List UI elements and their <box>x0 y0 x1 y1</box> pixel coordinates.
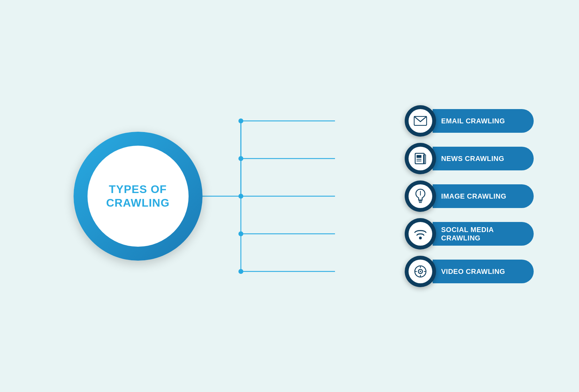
email-label: EMAIL CRAWLING <box>441 117 505 125</box>
image-label: IMAGE CRAWLING <box>441 192 506 200</box>
email-label-pill: EMAIL CRAWLING <box>433 109 534 133</box>
news-label-pill: NEWS CRAWLING <box>433 147 534 170</box>
email-icon-inner <box>409 109 432 133</box>
social-crawling-item: SOCIAL MEDIACRAWLING <box>405 218 534 249</box>
social-icon-outer <box>405 218 436 249</box>
news-icon-outer <box>405 143 436 174</box>
video-label: VIDEO CRAWLING <box>441 267 505 276</box>
center-title: TYPES OF CRAWLING <box>106 183 169 209</box>
news-label: NEWS CRAWLING <box>441 154 504 163</box>
svg-rect-16 <box>417 155 421 158</box>
email-crawling-item: EMAIL CRAWLING <box>405 105 534 137</box>
news-crawling-item: NEWS CRAWLING <box>405 143 534 174</box>
svg-point-11 <box>238 194 243 199</box>
image-icon-inner <box>409 184 432 208</box>
video-camera-icon <box>413 264 427 278</box>
wifi-icon <box>413 228 427 240</box>
social-label-pill: SOCIAL MEDIACRAWLING <box>433 222 534 246</box>
email-icon-outer <box>405 105 436 137</box>
svg-point-12 <box>238 231 243 236</box>
svg-point-26 <box>420 271 421 272</box>
video-icon-outer <box>405 256 436 287</box>
email-icon <box>414 116 427 126</box>
image-icon-outer <box>405 180 436 212</box>
image-crawling-item: IMAGE CRAWLING <box>405 180 534 212</box>
video-label-pill: VIDEO CRAWLING <box>433 260 534 283</box>
social-icon-inner <box>409 222 432 246</box>
video-icon-inner <box>409 260 432 283</box>
svg-point-9 <box>238 118 243 123</box>
video-crawling-item: VIDEO CRAWLING <box>405 256 534 287</box>
svg-point-13 <box>238 269 243 274</box>
svg-rect-15 <box>415 153 424 164</box>
svg-point-10 <box>238 156 243 161</box>
image-label-pill: IMAGE CRAWLING <box>433 184 534 208</box>
diagram-container: TYPES OF CRAWLING <box>46 22 534 370</box>
svg-point-23 <box>419 237 422 239</box>
lightbulb-icon <box>415 189 426 204</box>
social-label: SOCIAL MEDIACRAWLING <box>441 225 494 242</box>
center-circle-inner: TYPES OF CRAWLING <box>87 146 189 247</box>
news-icon <box>414 152 427 165</box>
crawl-items-container: EMAIL CRAWLING NEWS CRAWLING <box>405 105 534 287</box>
center-circle: TYPES OF CRAWLING <box>74 132 203 261</box>
news-icon-inner <box>409 147 432 170</box>
